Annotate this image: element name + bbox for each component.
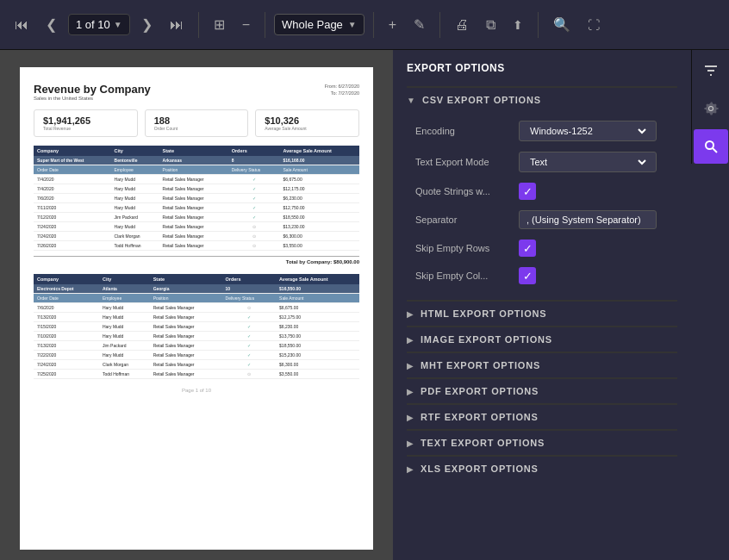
encoding-select[interactable]: Windows-1252 UTF-8 ASCII [519, 121, 657, 141]
separator-label: Separator [415, 215, 510, 225]
image-section: ▶ IMAGE EXPORT OPTIONS [407, 326, 677, 352]
side-icons [691, 50, 729, 164]
text-section: ▶ TEXT EXPORT OPTIONS [407, 429, 677, 455]
xls-arrow-icon: ▶ [407, 464, 414, 474]
next-page-button[interactable]: ❯ [135, 12, 159, 37]
image-section-title: IMAGE EXPORT OPTIONS [421, 334, 552, 345]
text-section-header[interactable]: ▶ TEXT EXPORT OPTIONS [407, 430, 677, 455]
mht-section-title: MHT EXPORT OPTIONS [421, 360, 540, 370]
export-button[interactable]: ⬆ [507, 14, 529, 36]
pdf-arrow-icon: ▶ [407, 387, 414, 396]
skip-empty-rows-checkbox[interactable]: ✓ [519, 240, 536, 257]
xls-section: ▶ XLS EXPORT OPTIONS [407, 455, 677, 481]
page-nav: 1 of 10 ▼ [68, 14, 130, 35]
edit-button[interactable]: ✎ [408, 12, 431, 37]
quote-strings-label: Quote Strings w... [415, 186, 510, 196]
csv-section-title: CSV EXPORT OPTIONS [422, 95, 541, 105]
text-arrow-icon: ▶ [407, 439, 414, 448]
image-arrow-icon: ▶ [407, 335, 414, 345]
quote-strings-checkbox[interactable]: ✓ [519, 183, 536, 200]
kpi-avg: $10,326 Average Sale Amount [255, 109, 359, 137]
zoom-in-button[interactable]: + [383, 13, 402, 37]
right-panel: EXPORT OPTIONS ▼ CSV EXPORT OPTIONS Enco… [393, 50, 729, 560]
html-section-title: HTML EXPORT OPTIONS [421, 308, 546, 319]
grid-button[interactable]: ⊞ [208, 12, 231, 37]
zoom-out-button[interactable]: − [236, 13, 256, 37]
mht-arrow-icon: ▶ [407, 361, 414, 370]
separator-row: Separator [415, 210, 677, 229]
mht-section: ▶ MHT EXPORT OPTIONS [407, 352, 677, 377]
toolbar: ⏮ ❮ 1 of 10 ▼ ❯ ⏭ ⊞ − Whole Page ▼ + ✎ 🖨… [0, 0, 729, 50]
copy-button[interactable]: ⧉ [480, 13, 502, 37]
svg-line-1 [713, 148, 717, 152]
fullscreen-button[interactable]: ⛶ [582, 14, 606, 36]
whole-page-label: Whole Page [282, 18, 343, 31]
skip-empty-col-row: Skip Empty Col... ✓ [415, 267, 677, 284]
skip-empty-rows-label: Skip Empty Rows [415, 243, 510, 253]
separator-input[interactable] [519, 210, 657, 229]
html-section-header[interactable]: ▶ HTML EXPORT OPTIONS [407, 301, 677, 326]
report-page: Revenue by Company Sales in the United S… [20, 67, 373, 550]
csv-section-header[interactable]: ▼ CSV EXPORT OPTIONS [407, 87, 677, 112]
encoding-select-input[interactable]: Windows-1252 UTF-8 ASCII [526, 125, 649, 137]
report-subtitle: Sales in the United States [34, 96, 151, 101]
export-panel-title: EXPORT OPTIONS [407, 62, 677, 74]
whole-page-dropdown-icon: ▼ [348, 20, 357, 29]
html-arrow-icon: ▶ [407, 309, 414, 319]
pdf-section: ▶ PDF EXPORT OPTIONS [407, 377, 677, 403]
kpi-row: $1,941,265 Total Revenue 188 Order Count… [34, 109, 359, 137]
separator-1 [198, 12, 199, 38]
text-export-mode-row: Text Export Mode Text Value [415, 152, 677, 172]
report-title: Revenue by Company [34, 83, 151, 96]
page-dropdown-icon[interactable]: ▼ [114, 20, 122, 29]
search-button[interactable]: 🔍 [547, 12, 576, 37]
rtf-section-header[interactable]: ▶ RTF EXPORT OPTIONS [407, 404, 677, 429]
text-export-mode-select[interactable]: Text Value [519, 152, 657, 172]
first-page-button[interactable]: ⏮ [9, 13, 34, 37]
separator-4 [439, 12, 440, 38]
main-content: Revenue by Company Sales in the United S… [0, 50, 729, 560]
csv-section-content: Encoding Windows-1252 UTF-8 ASCII Text E… [407, 112, 677, 300]
separator-3 [373, 12, 374, 38]
html-section: ▶ HTML EXPORT OPTIONS [407, 300, 677, 326]
report-preview: Revenue by Company Sales in the United S… [0, 50, 393, 560]
whole-page-selector[interactable]: Whole Page ▼ [274, 14, 364, 35]
data-table-2: Company City State Orders Average Sale A… [34, 274, 359, 379]
last-page-button[interactable]: ⏭ [164, 13, 190, 37]
svg-point-0 [706, 141, 713, 149]
page-number: Page 1 of 10 [34, 388, 359, 393]
mht-section-header[interactable]: ▶ MHT EXPORT OPTIONS [407, 352, 677, 377]
kpi-revenue: $1,941,265 Total Revenue [34, 109, 138, 137]
prev-page-button[interactable]: ❮ [40, 12, 63, 37]
rtf-arrow-icon: ▶ [407, 413, 414, 422]
xls-section-title: XLS EXPORT OPTIONS [421, 464, 539, 474]
filter-icon-button[interactable] [694, 53, 728, 88]
kpi-orders: 188 Order Count [145, 109, 249, 137]
quote-strings-row: Quote Strings w... ✓ [415, 183, 677, 200]
gear-icon-button[interactable] [694, 91, 728, 126]
encoding-label: Encoding [415, 126, 510, 136]
encoding-row: Encoding Windows-1252 UTF-8 ASCII [415, 121, 677, 141]
pdf-section-header[interactable]: ▶ PDF EXPORT OPTIONS [407, 378, 677, 403]
data-table-1: Company City State Orders Average Sale A… [34, 146, 359, 251]
text-section-title: TEXT EXPORT OPTIONS [421, 438, 545, 448]
export-panel: EXPORT OPTIONS ▼ CSV EXPORT OPTIONS Enco… [393, 50, 729, 493]
skip-empty-col-checkbox[interactable]: ✓ [519, 267, 536, 284]
skip-empty-rows-row: Skip Empty Rows ✓ [415, 240, 677, 257]
search-icon-button[interactable] [694, 129, 728, 164]
rtf-section: ▶ RTF EXPORT OPTIONS [407, 403, 677, 429]
print-button[interactable]: 🖨 [449, 13, 475, 37]
page-current-label: 1 of 10 [76, 18, 110, 31]
report-date-range: From: 6/27/2020 To: 7/27/2020 [325, 83, 359, 101]
csv-section: ▼ CSV EXPORT OPTIONS Encoding Windows-12… [407, 86, 677, 300]
text-export-mode-select-input[interactable]: Text Value [526, 156, 649, 168]
xls-section-header[interactable]: ▶ XLS EXPORT OPTIONS [407, 456, 677, 481]
csv-arrow-icon: ▼ [407, 96, 415, 105]
total-row-1: Total by Company: $80,900.00 [34, 256, 359, 267]
text-export-mode-label: Text Export Mode [415, 157, 510, 167]
rtf-section-title: RTF EXPORT OPTIONS [421, 412, 539, 422]
skip-empty-col-label: Skip Empty Col... [415, 271, 510, 281]
separator-2 [265, 12, 265, 38]
separator-5 [538, 12, 539, 38]
image-section-header[interactable]: ▶ IMAGE EXPORT OPTIONS [407, 327, 677, 352]
